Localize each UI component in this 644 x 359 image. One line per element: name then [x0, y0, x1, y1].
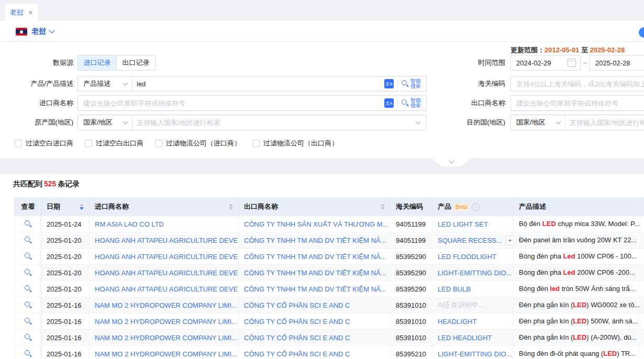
checkbox-box[interactable] — [85, 140, 92, 147]
view-record-icon[interactable] — [25, 301, 32, 309]
col-importer[interactable]: 进口商名称 — [90, 197, 239, 216]
chevron-down-icon — [449, 159, 454, 164]
importer-link[interactable]: HOANG ANH ATTAPEU AGRICULTURE DEVE... — [90, 232, 239, 248]
filter-checkbox[interactable]: 过滤空白出口商 — [85, 139, 143, 148]
destination-country-input[interactable] — [565, 116, 644, 129]
exporter-link[interactable]: CÔNG TY CỔ PHẦN SCI E AND C — [239, 297, 391, 313]
beta-badge: Beta — [454, 203, 469, 211]
importer-link[interactable]: HOANG ANH ATTAPEU AGRICULTURE DEVE... — [90, 281, 239, 297]
importer-link[interactable]: NAM MO 2 HYDROPOWER COMPANY LIMI... — [90, 330, 239, 345]
product-link[interactable]: LIGHT-EMITTING DIO... — [438, 350, 512, 358]
product-cell: LIGHT-EMITTING DIO... — [432, 346, 514, 359]
table-row: 2025-01-16NAM MO 2 HYDROPOWER COMPANY LI… — [15, 330, 644, 346]
checkbox-box[interactable] — [15, 140, 22, 147]
col-date[interactable]: 日期 — [41, 197, 90, 216]
product-cell: SQUARE RECESS...+ 1 — [432, 232, 514, 248]
collapse-filters-handle[interactable] — [431, 158, 471, 166]
product-link[interactable]: HEADLIGHT — [438, 318, 476, 326]
view-record-icon[interactable] — [25, 220, 32, 228]
product-cell: AI正在识别中... — [432, 297, 514, 313]
origin-country-input[interactable] — [132, 116, 416, 129]
view-record-icon[interactable] — [25, 253, 32, 260]
view-record-icon[interactable] — [25, 318, 32, 325]
exporter-link[interactable]: CÔNG TY TNHH TM AND DV TIẾT KIỆM NĂ... — [239, 265, 391, 281]
view-cell — [15, 297, 41, 313]
exporter-link[interactable]: CÔNG TY TNHH TM AND DV TIẾT KIỆM NĂ... — [239, 249, 391, 264]
hs-code-cell: 85395290 — [391, 265, 432, 281]
importer-link[interactable]: RM ASIA LAO CO LTD — [90, 216, 239, 232]
description-text: tròn 50W Ánh sáng trắ... — [560, 285, 636, 293]
chevron-down-icon[interactable] — [416, 119, 421, 125]
date-to-input[interactable]: 2025-02-28 — [590, 55, 644, 71]
product-link[interactable]: LED BULB — [438, 285, 471, 293]
destination-country-select[interactable]: 国家/地区 — [511, 115, 565, 130]
view-record-icon[interactable] — [25, 285, 32, 293]
description-cell: Bóng đèn đi-ốt phát quang (LED) TR... — [514, 346, 640, 359]
country-selector[interactable]: 老挝 — [31, 21, 54, 42]
importer-link[interactable]: NAM MO 2 HYDROPOWER COMPANY LIMI... — [90, 346, 239, 359]
importer-link[interactable]: HOANG ANH ATTAPEU AGRICULTURE DEVE... — [90, 265, 239, 281]
row-clipped-cell — [640, 249, 644, 264]
smart-search-button[interactable]: 智能搜索 — [402, 98, 421, 108]
importer-link[interactable]: HOANG ANH ATTAPEU AGRICULTURE DEVE... — [90, 249, 239, 264]
filter-checkbox[interactable]: 过滤空白进口商 — [15, 139, 73, 148]
product-link[interactable]: LED LIGHT SET — [438, 220, 488, 228]
product-cell: LIGHT-EMITTING DIO... — [432, 265, 514, 281]
product-link[interactable]: LED HEADLIGHT — [438, 334, 492, 342]
exporter-link[interactable]: CÔNG TY CỔ PHẦN SCI E AND C — [239, 313, 391, 329]
exporter-link[interactable]: CÔNG TY CỔ PHẦN SCI E AND C — [239, 346, 391, 359]
exporter-input[interactable] — [512, 99, 644, 107]
date-from-input[interactable]: 2024-02-29 — [510, 55, 581, 71]
filter-checkbox[interactable]: 过滤物流公司（出口商） — [252, 139, 338, 148]
checkbox-box[interactable] — [155, 140, 162, 147]
filter-checkbox[interactable]: 过滤物流公司（进口商） — [155, 139, 241, 148]
origin-country-select[interactable]: 国家/地区 — [78, 115, 132, 130]
description-text: chụp mica 33W, Model: P... — [556, 220, 640, 228]
tab-laos[interactable]: 老挝 × — [5, 4, 38, 21]
time-range-label: 时间范围 — [432, 55, 505, 71]
product-field-select[interactable]: 产品描述 — [78, 76, 132, 91]
product-link[interactable]: LIGHT-EMITTING DIO... — [438, 269, 512, 277]
importer-link[interactable]: NAM MO 2 HYDROPOWER COMPANY LIMI... — [90, 313, 239, 329]
exporter-link[interactable]: CÔNG TY TNHH SẢN XUẤT VÀ THƯƠNG M... — [239, 216, 391, 232]
exporter-link[interactable]: CÔNG TY CỔ PHẦN SCI E AND C — [239, 330, 391, 345]
tab-export-records[interactable]: 出口记录 — [116, 55, 155, 70]
view-record-icon[interactable] — [25, 269, 32, 276]
country-name: 老挝 — [31, 27, 46, 36]
hs-code-input[interactable] — [512, 80, 644, 88]
exporter-link[interactable]: CÔNG TY TNHH TM AND DV TIẾT KIỆM NĂ... — [239, 232, 391, 248]
product-search-input[interactable] — [132, 77, 384, 91]
sort-desc-icon — [381, 207, 385, 210]
checkbox-box[interactable] — [252, 140, 260, 147]
table-row: 2025-01-20HOANG ANH ATTAPEU AGRICULTURE … — [15, 281, 644, 297]
info-icon[interactable]: i — [472, 203, 480, 211]
view-record-icon[interactable] — [25, 350, 32, 357]
sort-icons[interactable] — [226, 204, 233, 210]
calendar-icon[interactable] — [568, 59, 576, 67]
product-ai-pending: AI正在识别中... — [438, 300, 484, 310]
importer-link[interactable]: NAM MO 2 HYDROPOWER COMPANY LIMI... — [90, 297, 239, 313]
tab-import-records[interactable]: 进口记录 — [78, 55, 116, 70]
description-cell: Bộ đèn LED chụp mica 33W, Model: P... — [514, 216, 640, 232]
importer-input[interactable] — [78, 96, 384, 110]
close-icon[interactable]: × — [28, 8, 33, 16]
sort-icons[interactable] — [76, 204, 84, 210]
chevron-down-icon — [556, 119, 561, 125]
product-link[interactable]: SQUARE RECESS... — [438, 237, 502, 244]
description-text: Bóng đèn pha — [519, 268, 563, 276]
col-hs-code: 海关编码 — [391, 197, 432, 216]
view-record-icon[interactable] — [25, 237, 32, 244]
hs-code-cell: 85395290 — [391, 249, 432, 264]
product-more-badge[interactable]: + 1 — [505, 235, 514, 245]
view-cell — [15, 346, 41, 359]
view-record-icon[interactable] — [25, 334, 32, 341]
smart-search-button[interactable]: 智能搜索 — [402, 78, 421, 89]
hs-code-cell: 85391010 — [391, 313, 432, 329]
exporter-link[interactable]: CÔNG TY TNHH TM AND DV TIẾT KIỆM NĂ... — [239, 281, 391, 297]
col-exporter[interactable]: 出口商名称 — [239, 197, 391, 216]
product-link[interactable]: LED FLOODLIGHT — [438, 253, 496, 261]
translate-icon[interactable]: 文A — [384, 98, 394, 108]
sort-icons[interactable] — [377, 204, 385, 210]
description-cell: Đèn pha gắn kín (LED) WG0002 xe tô... — [514, 297, 640, 313]
translate-icon[interactable]: 文A — [384, 79, 394, 88]
